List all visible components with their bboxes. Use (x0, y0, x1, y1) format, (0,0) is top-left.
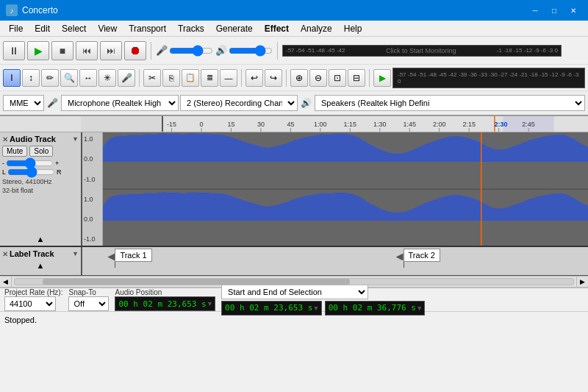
output-volume-slider[interactable] (229, 46, 273, 56)
audio-pos-time: 00 h 02 m 23,653 s (118, 299, 206, 309)
pause-button[interactable]: ⏸ (3, 41, 25, 60)
menu-effect[interactable]: Effect (259, 21, 295, 36)
paste-button[interactable]: 📋 (182, 69, 199, 87)
timeline-ruler[interactable]: -15 0 15 30 45 1:00 1:15 1:30 1:45 2:00 (0, 116, 588, 132)
playback-meter-button[interactable]: ▶ (373, 69, 391, 87)
record-button[interactable]: ⏺ (124, 41, 146, 60)
svg-text:2:15: 2:15 (462, 121, 476, 128)
title-bar-left: ♪ Concerto (6, 4, 58, 16)
solo-button[interactable]: Solo (29, 146, 53, 157)
speaker-select[interactable]: Speakers (Realtek High Defini (315, 95, 585, 111)
audio-track-header: ✕ Audio Track ▼ Mute Solo - + L R Stereo… (0, 132, 82, 246)
snap-select[interactable]: Off (68, 296, 109, 311)
menu-view[interactable]: View (92, 21, 123, 36)
pan-right-label: R (57, 168, 62, 176)
track-info: Stereo, 44100Hz32-bit float (2, 178, 79, 195)
audio-track-close-btn[interactable]: ✕ (2, 135, 8, 143)
multi-tool-button[interactable]: ✳ (98, 69, 116, 87)
recording-vu-meter[interactable]: -57 -54 -51 -48 -45 -42 Click to Start M… (282, 45, 562, 57)
label-track-name-row: ✕ Label Track ▼ (2, 249, 79, 258)
mic-icon: 🎤 (156, 45, 168, 56)
audio-track-expand[interactable]: ▲ (2, 235, 79, 243)
menu-edit[interactable]: Edit (29, 21, 56, 36)
menu-generate[interactable]: Generate (210, 21, 259, 36)
project-rate-select[interactable]: 44100 (4, 296, 56, 311)
fit-project-button[interactable]: ⊡ (329, 69, 346, 87)
scroll-track[interactable] (14, 278, 574, 285)
copy-button[interactable]: ⎘ (162, 69, 180, 87)
sel-start-arrow[interactable]: ▼ (314, 304, 318, 312)
input-volume-area: 🎤 (156, 45, 213, 56)
silence-button[interactable]: — (220, 69, 237, 87)
menu-file[interactable]: File (3, 21, 29, 36)
audio-waveform-area[interactable]: 1.0 0.0 -1.0 1.0 0.0 -1.0 (82, 132, 588, 246)
audio-pos-section: Audio Position 00 h 02 m 23,653 s ▼ (115, 288, 215, 311)
host-select[interactable]: MME (3, 95, 44, 111)
svg-text:15: 15 (227, 121, 234, 128)
zoom-select-button[interactable]: 🔍 (60, 69, 78, 87)
label-track-close-btn[interactable]: ✕ (2, 250, 8, 258)
pan-left-label: L (2, 168, 6, 176)
sel-end-time: 00 h 02 m 36,776 s (329, 303, 416, 313)
audio-track-arrow[interactable]: ▼ (72, 135, 79, 143)
selection-start-display: 00 h 02 m 23,653 s ▼ (221, 301, 322, 316)
draw-tool-button[interactable]: ✏ (41, 69, 59, 87)
playback-vu-meter[interactable]: -57 -54 -51 -48 -45 -42 -39 -36 -33 -30 … (392, 68, 585, 88)
close-button[interactable]: ✕ (564, 3, 582, 18)
scroll-left-btn[interactable]: ◀ (0, 276, 12, 288)
selection-type-select[interactable]: Start and End of Selection (221, 285, 368, 299)
svg-text:30: 30 (257, 121, 265, 128)
waveform-svg (103, 132, 588, 246)
envelope-tool-button[interactable]: ↕ (22, 69, 40, 87)
sep6 (369, 69, 370, 87)
fit-selection-button[interactable]: ⊟ (348, 69, 365, 87)
status-controls-bar: Project Rate (Hz): 44100 Snap-To Off Aud… (0, 288, 588, 311)
click-monitor[interactable]: Click to Start Monitoring (386, 47, 456, 54)
svg-text:45: 45 (287, 121, 294, 128)
pan-slider[interactable] (7, 168, 55, 176)
microphone-select[interactable]: Microphone (Realtek High Defini (61, 95, 179, 111)
label-1-text: Track 1 (115, 249, 151, 262)
stop-button[interactable]: ■ (51, 41, 74, 60)
play-button[interactable]: ▶ (27, 41, 49, 60)
record-meter-button[interactable]: 🎤 (118, 69, 135, 87)
waveform-scale: 1.0 0.0 -1.0 1.0 0.0 -1.0 (82, 132, 103, 246)
label-2-container: Track 2 (396, 249, 440, 262)
zoom-in-button[interactable]: ⊕ (290, 69, 308, 87)
minimize-button[interactable]: ─ (526, 3, 544, 18)
output-volume-area: 🔊 (215, 45, 273, 56)
mute-solo-btns: Mute Solo (2, 146, 79, 157)
input-volume-slider[interactable] (169, 46, 213, 56)
menu-transport[interactable]: Transport (123, 21, 172, 36)
trim-button[interactable]: ≣ (201, 69, 218, 87)
select-tool-button[interactable]: I (3, 69, 21, 87)
mute-button[interactable]: Mute (2, 146, 27, 157)
menu-analyze[interactable]: Analyze (295, 21, 338, 36)
scale-bot-1: -1.0 (84, 176, 101, 183)
label-track-arrow[interactable]: ▼ (72, 250, 79, 257)
rewind-button[interactable]: ⏮ (76, 41, 98, 60)
label-track-content[interactable]: Track 1 Track 2 (82, 247, 588, 275)
zoom-out-button[interactable]: ⊖ (309, 69, 327, 87)
menu-select[interactable]: Select (56, 21, 92, 36)
svg-text:0: 0 (200, 121, 204, 128)
svg-text:1:30: 1:30 (373, 121, 387, 128)
channels-select[interactable]: 2 (Stereo) Recording Channels (180, 95, 298, 111)
mic-icon-2: 🎤 (47, 98, 58, 108)
menu-tracks[interactable]: Tracks (172, 21, 210, 36)
audio-track-name: Audio Track (10, 135, 71, 143)
selection-section: Start and End of Selection 00 h 02 m 23,… (221, 285, 584, 316)
redo-button[interactable]: ↪ (265, 69, 282, 87)
svg-text:1:15: 1:15 (344, 121, 357, 128)
label-track-expand[interactable]: ▲ (2, 261, 79, 270)
timeshift-tool-button[interactable]: ↔ (79, 69, 97, 87)
menu-help[interactable]: Help (338, 21, 368, 36)
audio-pos-arrow[interactable]: ▼ (208, 300, 212, 307)
scroll-thumb[interactable] (43, 279, 350, 285)
sel-end-arrow[interactable]: ▼ (417, 304, 421, 312)
label-marker-1: Track 1 (107, 249, 151, 268)
forward-button[interactable]: ⏭ (100, 41, 122, 60)
undo-button[interactable]: ↩ (245, 69, 263, 87)
maximize-button[interactable]: □ (545, 3, 563, 18)
cut-button[interactable]: ✂ (143, 69, 161, 87)
